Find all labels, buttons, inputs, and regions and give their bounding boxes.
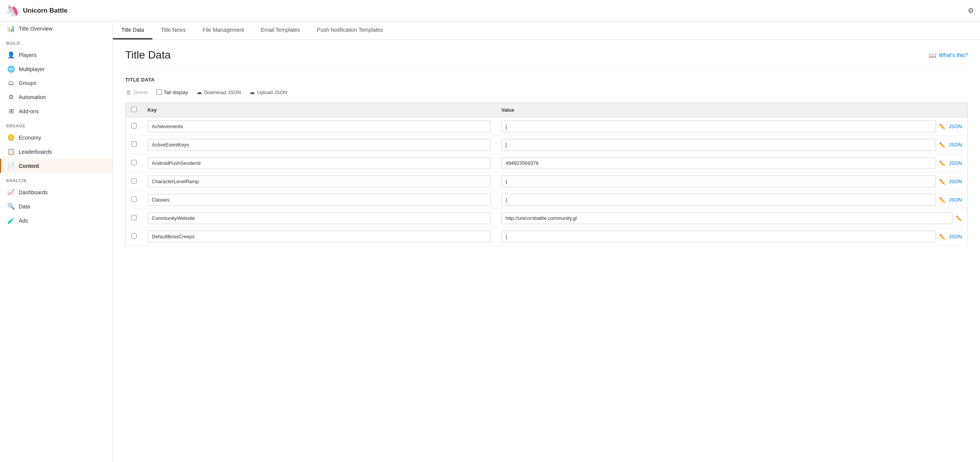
- whats-this-button[interactable]: 📖 What's this?: [929, 52, 968, 59]
- row-checkbox-0[interactable]: [131, 123, 137, 129]
- select-all-header: [126, 103, 142, 117]
- section-label: TITLE DATA: [125, 77, 968, 83]
- trash-icon: 🗑: [126, 89, 132, 96]
- value-cell-0: ✏️ JSON: [496, 117, 968, 136]
- sidebar-item-add-ons[interactable]: ⊞ Add-ons: [0, 104, 113, 118]
- table-row: ✏️ JSON: [126, 117, 968, 136]
- ads-label: Ads: [19, 218, 28, 224]
- sidebar-section-engage: ENGAGE: [0, 118, 113, 130]
- value-input-6[interactable]: [501, 231, 936, 242]
- key-cell-2: [142, 154, 496, 172]
- edit-icon-5: ✏️: [956, 215, 962, 221]
- key-cell-4: [142, 191, 496, 209]
- sidebar-item-economy[interactable]: 🪙 Economy: [0, 130, 113, 145]
- content-label: Content: [19, 163, 39, 169]
- value-cell-2: ✏️ JSON: [496, 154, 968, 172]
- sidebar-item-ads[interactable]: 🧪 Ads: [0, 213, 113, 228]
- value-cell-6: ✏️ JSON: [496, 228, 968, 246]
- row-checkbox-1[interactable]: [131, 142, 137, 147]
- book-icon: 📖: [929, 52, 936, 59]
- value-input-3[interactable]: [501, 176, 936, 187]
- json-button-3[interactable]: JSON: [949, 179, 962, 184]
- row-checkbox-cell: [126, 191, 142, 209]
- sidebar-item-title-overview[interactable]: 📊 Title Overview: [0, 21, 113, 36]
- json-button-6[interactable]: JSON: [949, 234, 962, 239]
- tab-file-management[interactable]: File Management: [194, 21, 252, 39]
- tab-push-notification-templates[interactable]: Push Notification Templates: [309, 21, 392, 39]
- page-header: Title Data 📖 What's this?: [125, 49, 968, 68]
- row-checkbox-5[interactable]: [131, 215, 137, 220]
- dashboards-icon: 📈: [7, 189, 15, 196]
- json-button-2[interactable]: JSON: [949, 160, 962, 166]
- value-cell-1: ✏️ JSON: [496, 136, 968, 154]
- players-icon: 👤: [7, 51, 15, 59]
- upload-json-button[interactable]: ☁ Upload JSON: [248, 87, 288, 97]
- sidebar-item-groups[interactable]: 🗂 Groups: [0, 76, 113, 90]
- download-json-button[interactable]: ☁ Download JSON: [196, 87, 242, 97]
- key-input-6[interactable]: [148, 231, 491, 242]
- key-input-2[interactable]: [148, 157, 491, 169]
- value-cell-5: ✏️: [496, 209, 968, 228]
- key-input-3[interactable]: [148, 176, 491, 187]
- value-input-5[interactable]: [501, 212, 953, 224]
- tabs-bar: Title DataTitle NewsFile ManagementEmail…: [113, 21, 980, 40]
- value-input-1[interactable]: [501, 139, 936, 151]
- sidebar-section-build: BUILD: [0, 36, 113, 48]
- key-cell-1: [142, 136, 496, 154]
- automation-icon: ⚙: [7, 93, 15, 101]
- tab-title-news[interactable]: Title News: [152, 21, 194, 39]
- settings-button[interactable]: ⚙: [966, 5, 975, 16]
- page-content: Title Data 📖 What's this? TITLE DATA 🗑 D…: [113, 40, 980, 462]
- table-row: ✏️ JSON: [126, 172, 968, 191]
- edit-icon-0: ✏️: [939, 124, 946, 130]
- toolbar: 🗑 Delete Tall display ☁ Download JSON ☁ …: [125, 87, 968, 97]
- sidebar-item-content[interactable]: 📄 Content: [0, 159, 113, 173]
- json-button-4[interactable]: JSON: [949, 197, 962, 203]
- tab-title-data[interactable]: Title Data: [113, 21, 152, 39]
- row-checkbox-2[interactable]: [131, 160, 137, 165]
- groups-label: Groups: [19, 80, 36, 86]
- key-input-4[interactable]: [148, 194, 491, 206]
- delete-button[interactable]: 🗑 Delete: [125, 88, 149, 97]
- tall-display-button[interactable]: Tall display: [156, 88, 189, 97]
- delete-label: Delete: [134, 89, 148, 95]
- add-ons-icon: ⊞: [7, 107, 15, 115]
- row-checkbox-cell: [126, 154, 142, 172]
- value-input-2[interactable]: [501, 157, 936, 169]
- sidebar: 📊 Title Overview BUILD 👤 Players 🌐 Multi…: [0, 21, 113, 462]
- key-input-1[interactable]: [148, 139, 491, 151]
- key-input-5[interactable]: [148, 212, 491, 224]
- select-all-checkbox[interactable]: [131, 107, 137, 112]
- title-overview-icon: 📊: [7, 25, 15, 32]
- row-checkbox-3[interactable]: [131, 178, 137, 184]
- sidebar-item-dashboards[interactable]: 📈 Dashboards: [0, 185, 113, 199]
- players-label: Players: [19, 52, 37, 58]
- json-button-1[interactable]: JSON: [949, 142, 962, 148]
- row-checkbox-6[interactable]: [131, 233, 137, 239]
- row-checkbox-4[interactable]: [131, 197, 137, 202]
- sidebar-item-automation[interactable]: ⚙ Automation: [0, 90, 113, 104]
- sidebar-item-data[interactable]: 🔍 Data: [0, 199, 113, 213]
- groups-icon: 🗂: [7, 80, 15, 86]
- tall-display-checkbox: [157, 89, 162, 95]
- key-input-0[interactable]: [148, 120, 491, 132]
- sidebar-item-leaderboards[interactable]: 📋 Leaderboards: [0, 145, 113, 159]
- sidebar-item-multiplayer[interactable]: 🌐 Multiplayer: [0, 62, 113, 76]
- json-button-0[interactable]: JSON: [949, 124, 962, 129]
- table-row: ✏️: [126, 209, 968, 228]
- app-logo: 🦄: [5, 3, 20, 18]
- tall-display-label: Tall display: [164, 89, 188, 95]
- key-cell-6: [142, 228, 496, 246]
- table-row: ✏️ JSON: [126, 136, 968, 154]
- value-input-0[interactable]: [501, 120, 936, 132]
- tab-email-templates[interactable]: Email Templates: [252, 21, 308, 39]
- data-icon: 🔍: [7, 203, 15, 210]
- key-cell-0: [142, 117, 496, 136]
- download-icon: ☁: [196, 89, 202, 96]
- table-row: ✏️ JSON: [126, 228, 968, 246]
- value-input-4[interactable]: [501, 194, 936, 206]
- sidebar-item-players[interactable]: 👤 Players: [0, 48, 113, 62]
- edit-icon-6: ✏️: [939, 234, 946, 240]
- edit-icon-4: ✏️: [939, 197, 946, 203]
- main-content: Title DataTitle NewsFile ManagementEmail…: [113, 21, 980, 462]
